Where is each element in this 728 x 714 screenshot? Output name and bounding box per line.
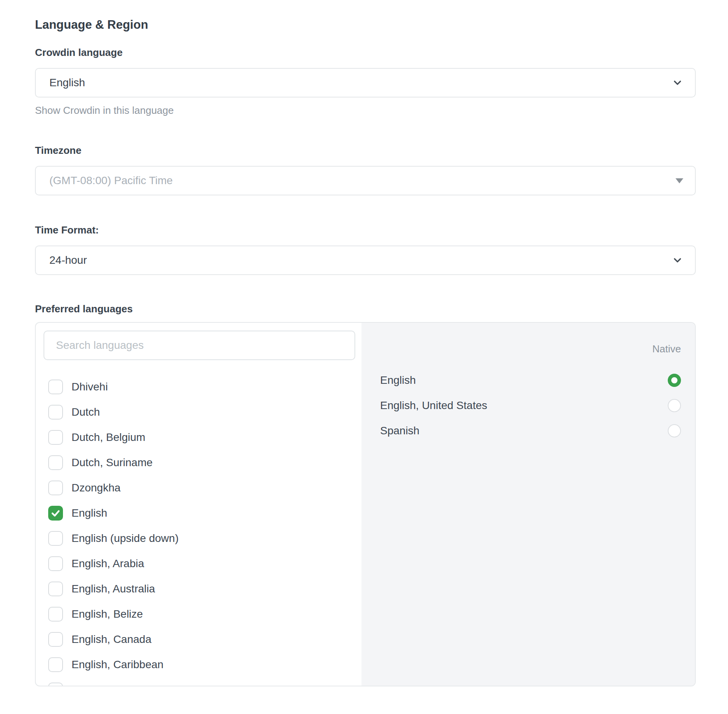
language-list-item[interactable]: Dzongkha [44, 475, 355, 500]
crowdin-language-select[interactable]: English [35, 68, 696, 98]
language-label: Dzongkha [72, 482, 120, 494]
language-checkbox[interactable] [48, 481, 63, 495]
time-format-label: Time Format: [35, 224, 696, 236]
native-column-header: Native [380, 343, 681, 355]
language-label: Dutch, Belgium [72, 431, 145, 444]
selected-languages-list: English English, United States Spanish [380, 367, 681, 443]
language-checkbox[interactable] [48, 632, 63, 647]
language-checkbox[interactable] [48, 582, 63, 596]
search-languages-input[interactable] [44, 331, 355, 360]
chevron-down-icon [672, 77, 683, 89]
language-list-item[interactable]: English, Caribbean [44, 652, 355, 677]
triangle-down-icon [676, 178, 683, 183]
timezone-label: Timezone [35, 145, 696, 157]
language-label: English, Arabia [72, 557, 144, 570]
language-list-item[interactable]: English, Canada [44, 627, 355, 652]
preferred-languages-panel: Dhivehi Dutch Dutch, Belgium Dutch, Suri… [35, 322, 696, 686]
language-checkbox[interactable] [48, 380, 63, 394]
language-label: English, Australia [72, 583, 155, 595]
language-list-item[interactable]: Dutch, Belgium [44, 425, 355, 450]
available-languages-list: Dhivehi Dutch Dutch, Belgium Dutch, Suri… [44, 374, 355, 686]
language-checkbox[interactable] [48, 405, 63, 420]
language-list-item[interactable]: English, Australia [44, 576, 355, 601]
language-checkbox[interactable] [48, 531, 63, 546]
language-list-item[interactable]: English, China [44, 677, 355, 686]
language-label: English, China [72, 684, 142, 687]
page-title: Language & Region [35, 18, 696, 32]
language-label: Dhivehi [72, 381, 108, 393]
language-label: English [72, 507, 107, 519]
language-checkbox[interactable] [48, 430, 63, 445]
chevron-down-icon [672, 254, 683, 266]
crowdin-language-value: English [49, 77, 85, 89]
language-list-item[interactable]: English [44, 500, 355, 526]
timezone-value: (GMT-08:00) Pacific Time [49, 174, 173, 187]
time-format-value: 24-hour [49, 254, 87, 266]
language-checkbox[interactable] [48, 506, 63, 521]
selected-languages-column: Native English English, United States Sp… [361, 323, 695, 686]
language-label: English, Caribbean [72, 658, 164, 671]
native-radio[interactable] [668, 399, 681, 412]
language-checkbox[interactable] [48, 556, 63, 571]
language-list-item[interactable]: Dutch, Suriname [44, 450, 355, 475]
crowdin-language-label: Crowdin language [35, 47, 696, 59]
selected-language-row: Spanish [380, 418, 681, 443]
check-icon [51, 508, 61, 518]
language-checkbox[interactable] [48, 657, 63, 672]
native-radio[interactable] [668, 424, 681, 437]
language-label: Dutch [72, 406, 100, 418]
time-format-select[interactable]: 24-hour [35, 246, 696, 275]
language-label: English (upside down) [72, 532, 179, 545]
native-radio[interactable] [668, 374, 681, 387]
selected-language-row: English [380, 367, 681, 393]
language-list-item[interactable]: Dhivehi [44, 374, 355, 399]
language-region-settings: Language & Region Crowdin language Engli… [35, 0, 696, 686]
preferred-languages-label: Preferred languages [35, 303, 696, 315]
language-list-item[interactable]: Dutch [44, 399, 355, 425]
language-checkbox[interactable] [48, 455, 63, 470]
language-label: Dutch, Suriname [72, 456, 153, 469]
language-checkbox[interactable] [48, 607, 63, 622]
selected-language-label: Spanish [380, 425, 419, 437]
selected-language-label: English [380, 374, 416, 387]
selected-language-row: English, United States [380, 393, 681, 418]
selected-language-label: English, United States [380, 399, 487, 412]
language-list-item[interactable]: English, Arabia [44, 551, 355, 576]
available-languages-column: Dhivehi Dutch Dutch, Belgium Dutch, Suri… [36, 323, 361, 686]
language-checkbox[interactable] [48, 683, 63, 687]
language-list-item[interactable]: English, Belize [44, 601, 355, 627]
timezone-select[interactable]: (GMT-08:00) Pacific Time [35, 166, 696, 195]
language-list-item[interactable]: English (upside down) [44, 526, 355, 551]
crowdin-language-help: Show Crowdin in this language [35, 104, 696, 117]
language-label: English, Canada [72, 633, 151, 646]
language-label: English, Belize [72, 608, 143, 620]
